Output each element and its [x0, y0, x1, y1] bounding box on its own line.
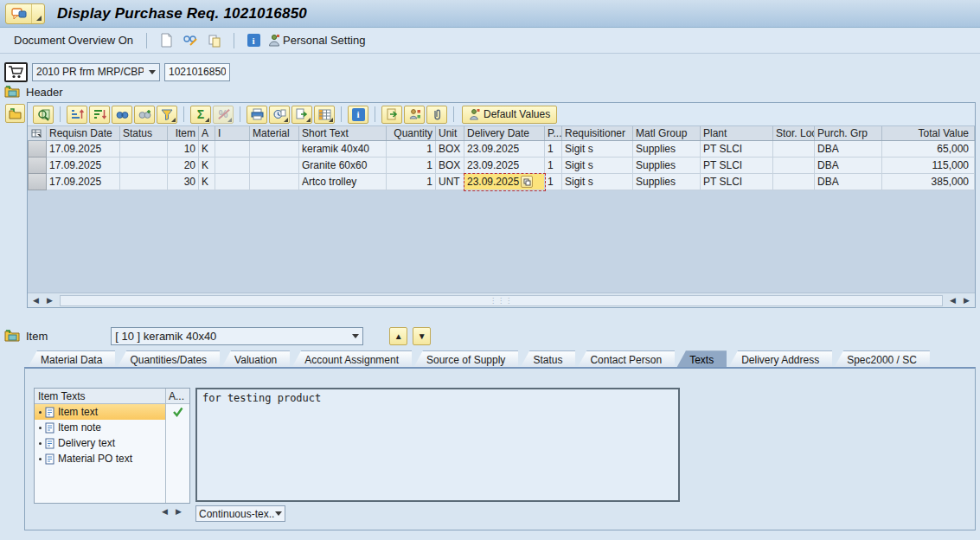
cell-quantity[interactable]: 1 [387, 141, 436, 158]
sum-icon[interactable]: Σ [190, 106, 211, 124]
cell-requisitioner[interactable]: Sigit s [562, 158, 633, 174]
display-change-icon[interactable] [181, 32, 200, 49]
find-next-icon[interactable] [134, 106, 155, 124]
grid-info-icon[interactable]: i [348, 106, 368, 124]
cell-matl-group[interactable]: Supplies [633, 141, 701, 158]
row-selector[interactable] [28, 174, 47, 190]
sort-descending-icon[interactable] [89, 106, 110, 124]
cell-item[interactable]: 20 [168, 158, 199, 174]
cell-matl-group[interactable]: Supplies [633, 158, 701, 174]
cell-a[interactable]: K [199, 158, 215, 174]
scroll-left-icon[interactable]: ◀ [29, 294, 42, 306]
cell-requisn-date[interactable]: 17.09.2025 [47, 141, 120, 158]
text-editor[interactable]: for testing product [195, 388, 680, 502]
folder-icon[interactable] [4, 85, 21, 99]
copy-icon[interactable] [205, 32, 224, 49]
cell-quantity[interactable]: 1 [387, 174, 436, 190]
cell-i[interactable] [215, 158, 250, 174]
cell-p[interactable]: 1 [545, 141, 562, 158]
cell-requisitioner[interactable]: Sigit s [562, 141, 633, 158]
cell-delivery-date[interactable]: 23.09.2025 [464, 141, 545, 158]
tab-contact-person[interactable]: Contact Person [577, 350, 675, 368]
cell-plant[interactable]: PT SLCI [701, 174, 773, 190]
cell-status[interactable] [120, 174, 168, 190]
column-header[interactable]: Material [250, 126, 299, 140]
column-header[interactable]: Status [120, 126, 168, 140]
cell-total-value[interactable]: 65,000 [882, 141, 975, 158]
export-icon[interactable] [291, 106, 312, 124]
tab-account-assignment[interactable]: Account Assignment [291, 350, 412, 368]
document-transfer-icon[interactable] [381, 106, 402, 124]
percentage-icon[interactable]: % [213, 106, 234, 124]
list-horizontal-scrollbar[interactable]: ◀ ▶ [158, 505, 185, 518]
header-label[interactable]: Header [26, 86, 63, 99]
list-item-material-po-text[interactable]: Material PO text [35, 451, 165, 466]
cell-short-text[interactable]: keramik 40x40 [299, 141, 387, 158]
cell-material[interactable] [250, 141, 299, 158]
cell-requisn-date[interactable]: 17.09.2025 [47, 158, 120, 174]
column-header[interactable]: P... [545, 126, 562, 140]
cell-unit[interactable]: UNT [436, 174, 464, 190]
info-icon[interactable]: i [244, 32, 263, 49]
column-header[interactable]: Stor. Loc. [773, 126, 815, 140]
column-header[interactable]: A [199, 126, 215, 140]
document-overview-button[interactable]: Document Overview On [10, 32, 137, 48]
column-header[interactable]: Item [168, 126, 199, 140]
cell-stor-loc[interactable] [773, 141, 815, 158]
cell-quantity[interactable]: 1 [387, 158, 436, 174]
document-number-field[interactable] [164, 63, 230, 81]
matchcode-icon[interactable] [521, 176, 533, 188]
views-icon[interactable] [269, 106, 290, 124]
cell-purch-grp[interactable]: DBA [815, 158, 882, 174]
tab-material-data[interactable]: Material Data [28, 350, 115, 368]
cell-stor-loc[interactable] [773, 158, 815, 174]
tab-status[interactable]: Status [520, 350, 575, 368]
tab-valuation[interactable]: Valuation [221, 350, 290, 368]
cell-status[interactable] [120, 158, 168, 174]
item-select[interactable]: [ 10 ] keramik 40x40 [111, 327, 363, 345]
menu-dropdown-arrow-icon[interactable] [32, 4, 43, 23]
cell-purch-grp[interactable]: DBA [815, 174, 882, 190]
column-header[interactable]: Short Text [299, 126, 387, 140]
sort-ascending-icon[interactable] [67, 106, 87, 124]
cell-purch-grp[interactable]: DBA [815, 141, 882, 158]
new-document-icon[interactable] [157, 32, 176, 49]
user-status-icon[interactable] [404, 106, 425, 124]
scrollbar-track[interactable]: ⋮⋮⋮ [60, 295, 943, 306]
cell-total-value[interactable]: 115,000 [882, 158, 975, 174]
cell-plant[interactable]: PT SLCI [701, 158, 773, 174]
folder-icon[interactable] [4, 329, 21, 343]
column-header[interactable]: Quantity [387, 126, 436, 140]
cell-item[interactable]: 30 [168, 174, 199, 190]
print-icon[interactable] [247, 106, 267, 124]
cell-a[interactable]: K [199, 174, 215, 190]
filter-icon[interactable] [157, 106, 177, 124]
cell-delivery-date[interactable]: 23.09.2025 [464, 158, 545, 174]
collapse-header-button[interactable] [5, 104, 25, 123]
column-header[interactable]: Requisn Date [47, 126, 120, 140]
cell-requisitioner[interactable]: Sigit s [562, 174, 633, 190]
cell-requisn-date[interactable]: 17.09.2025 [47, 174, 120, 190]
column-header[interactable]: Delivery Date [464, 126, 545, 140]
cell-stor-loc[interactable] [773, 174, 815, 190]
cell-short-text[interactable]: Artco trolley [299, 174, 387, 190]
cell-short-text[interactable]: Granite 60x60 [299, 158, 387, 174]
list-item-item-text[interactable]: Item text [35, 404, 165, 420]
column-header[interactable]: Matl Group [633, 126, 701, 140]
selection-header-icon[interactable] [28, 126, 47, 140]
find-icon[interactable] [112, 106, 132, 124]
cell-material[interactable] [250, 174, 299, 190]
cell-p[interactable]: 1 [545, 174, 562, 190]
cell-status[interactable] [120, 141, 168, 158]
cell-total-value[interactable]: 385,000 [882, 174, 975, 190]
scrollbar-grip[interactable]: ⋮⋮⋮ [490, 297, 513, 305]
column-header[interactable]: Purch. Grp [815, 126, 882, 140]
scroll-right-icon[interactable]: ▶ [172, 505, 185, 518]
system-menu-button[interactable] [5, 3, 45, 24]
scroll-left-icon[interactable]: ◀ [158, 505, 171, 518]
text-format-select[interactable]: Continuous-tex... [195, 505, 285, 522]
next-item-button[interactable]: ▼ [413, 327, 431, 345]
cell-p[interactable]: 1 [545, 158, 562, 174]
cell-a[interactable]: K [199, 141, 215, 158]
row-selector[interactable] [28, 141, 47, 158]
